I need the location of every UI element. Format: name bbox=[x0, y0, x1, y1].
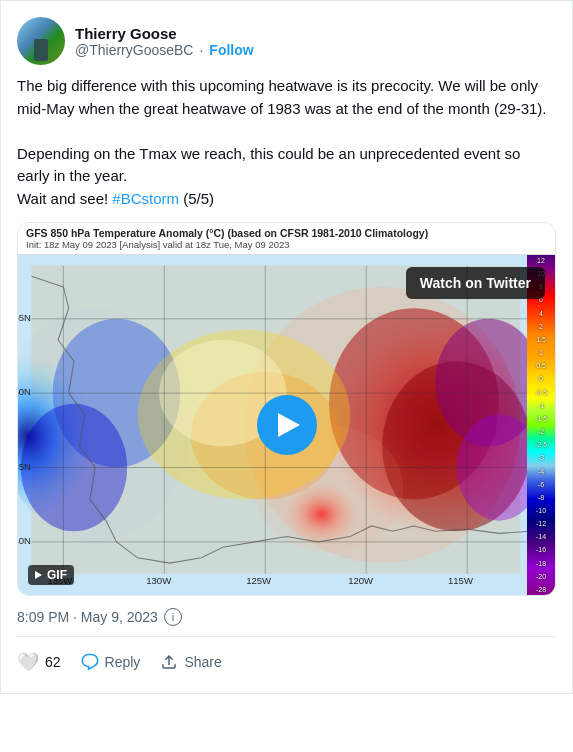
scale-label-n14: -14 bbox=[527, 533, 555, 540]
media-subtitle: Init: 18z May 09 2023 [Analysis] valid a… bbox=[26, 239, 547, 250]
watch-on-twitter-badge[interactable]: Watch on Twitter bbox=[406, 267, 545, 299]
info-icon[interactable]: i bbox=[164, 608, 182, 626]
scale-label-n3: -3 bbox=[527, 454, 555, 461]
share-action[interactable]: Share bbox=[160, 653, 221, 671]
follow-button[interactable]: Follow bbox=[209, 42, 253, 58]
scale-label-n0.5: -0.5 bbox=[527, 389, 555, 396]
scale-label-n20: -20 bbox=[527, 573, 555, 580]
share-label: Share bbox=[184, 654, 221, 670]
avatar[interactable] bbox=[17, 17, 65, 65]
scale-label-n1: -1 bbox=[527, 402, 555, 409]
user-info: Thierry Goose @ThierryGooseBC · Follow bbox=[75, 25, 254, 58]
svg-text:40N: 40N bbox=[18, 535, 31, 546]
scale-label-n18: -18 bbox=[527, 560, 555, 567]
reply-action[interactable]: Reply bbox=[81, 653, 141, 671]
gif-label: GIF bbox=[47, 568, 67, 582]
scale-label-12top: 12 bbox=[527, 257, 555, 264]
timestamp-text: 8:09 PM · May 9, 2023 bbox=[17, 609, 158, 625]
play-triangle-icon bbox=[278, 413, 300, 437]
display-name: Thierry Goose bbox=[75, 25, 254, 42]
tweet-card: Thierry Goose @ThierryGooseBC · Follow T… bbox=[0, 0, 573, 694]
scale-label-0: 0 bbox=[527, 375, 555, 382]
tweet-footer: 8:09 PM · May 9, 2023 i 🤍 62 Reply bbox=[17, 608, 556, 677]
user-handle: @ThierryGooseBC bbox=[75, 42, 193, 58]
share-icon bbox=[160, 653, 178, 671]
tweet-line3: Wait and see! bbox=[17, 190, 108, 207]
scale-label-1: 1 bbox=[527, 349, 555, 356]
tweet-divider bbox=[17, 636, 556, 637]
scale-label-n10: -10 bbox=[527, 507, 555, 514]
scale-label-0.5: 0.5 bbox=[527, 362, 555, 369]
scale-label-n8: -8 bbox=[527, 494, 555, 501]
media-map[interactable]: 55N 50N 45N 40N 135W 130W 125W 120W 115W… bbox=[18, 255, 555, 595]
scale-label-n1.5: -1.5 bbox=[527, 415, 555, 422]
tweet-line1: The big difference with this upcoming he… bbox=[17, 77, 546, 117]
tweet-timestamp: 8:09 PM · May 9, 2023 i bbox=[17, 608, 556, 626]
reply-label: Reply bbox=[105, 654, 141, 670]
svg-text:115W: 115W bbox=[448, 575, 473, 586]
gif-badge: GIF bbox=[28, 565, 74, 585]
heart-icon: 🤍 bbox=[17, 651, 39, 673]
tweet-text: The big difference with this upcoming he… bbox=[17, 75, 556, 210]
svg-text:45N: 45N bbox=[18, 461, 31, 472]
dot-separator: · bbox=[199, 42, 203, 58]
play-button[interactable] bbox=[257, 395, 317, 455]
tweet-hashtag[interactable]: #BCstorm bbox=[112, 190, 179, 207]
tweet-count: (5/5) bbox=[183, 190, 214, 207]
color-scale-bar: 12 10 8 6 4 2 1.5 1 0.5 0 -0.5 -1 -1.5 -… bbox=[527, 255, 555, 595]
svg-text:125W: 125W bbox=[246, 575, 271, 586]
media-container[interactable]: GFS 850 hPa Temperature Anomaly (°C) (ba… bbox=[17, 222, 556, 596]
scale-label-4: 4 bbox=[527, 310, 555, 317]
scale-label-1.5: 1.5 bbox=[527, 336, 555, 343]
tweet-actions: 🤍 62 Reply Share bbox=[17, 647, 556, 677]
scale-label-n2.5: -2.5 bbox=[527, 441, 555, 448]
reply-icon bbox=[81, 653, 99, 671]
svg-text:55N: 55N bbox=[18, 312, 31, 323]
scale-label-n28: -28 bbox=[527, 586, 555, 593]
tweet-line2: Depending on the Tmax we reach, this cou… bbox=[17, 145, 520, 185]
scale-label-n12: -12 bbox=[527, 520, 555, 527]
tweet-header: Thierry Goose @ThierryGooseBC · Follow bbox=[17, 17, 556, 65]
scale-label-n6: -6 bbox=[527, 481, 555, 488]
scale-label-2: 2 bbox=[527, 323, 555, 330]
scale-label-n4: -4 bbox=[527, 468, 555, 475]
gif-play-icon bbox=[35, 571, 42, 579]
scale-label-n16: -16 bbox=[527, 546, 555, 553]
like-action[interactable]: 🤍 62 bbox=[17, 651, 61, 673]
handle-follow: @ThierryGooseBC · Follow bbox=[75, 42, 254, 58]
svg-text:50N: 50N bbox=[18, 386, 31, 397]
media-title: GFS 850 hPa Temperature Anomaly (°C) (ba… bbox=[26, 227, 547, 239]
svg-text:120W: 120W bbox=[348, 575, 373, 586]
media-header: GFS 850 hPa Temperature Anomaly (°C) (ba… bbox=[18, 223, 555, 255]
svg-text:130W: 130W bbox=[146, 575, 171, 586]
like-count: 62 bbox=[45, 654, 61, 670]
scale-label-n2: -2 bbox=[527, 428, 555, 435]
